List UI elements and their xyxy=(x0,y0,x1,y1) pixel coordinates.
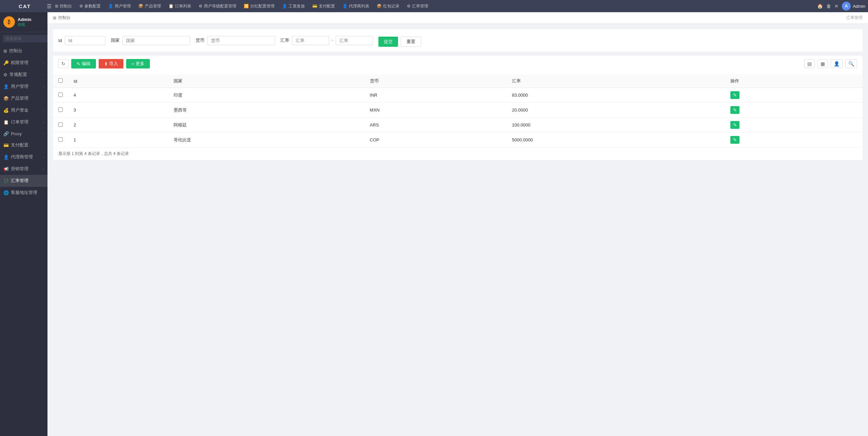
sidebar-icon-dashboard: ⊞ xyxy=(3,48,7,54)
sidebar-label-order-mgmt: 订单管理 xyxy=(11,119,28,125)
sidebar-label-payment-config: 支付配置 xyxy=(11,142,28,148)
filter-id-input[interactable] xyxy=(65,36,105,45)
row-checkbox-1[interactable] xyxy=(58,107,63,112)
sidebar-item-payment-config[interactable]: 💳 支付配置 xyxy=(0,139,47,151)
filter-currency-input[interactable] xyxy=(207,36,275,45)
row-checkbox-2[interactable] xyxy=(58,122,63,127)
header-currency: 货币 xyxy=(364,75,507,88)
rate-range: ~ xyxy=(292,36,373,45)
row-checkbox-0[interactable] xyxy=(58,93,63,97)
view-grid-button[interactable]: ▦ xyxy=(817,59,828,68)
sidebar-item-permissions[interactable]: 🔑 权限管理 › xyxy=(0,57,47,69)
row-action-1: ✎ xyxy=(725,103,863,118)
close-icon[interactable]: ✕ xyxy=(834,3,839,9)
topnav-item-payment[interactable]: 💳支付配置 xyxy=(309,2,338,11)
sidebar-item-order-mgmt[interactable]: 📋 订单管理 › xyxy=(0,116,47,128)
topnav-item-users[interactable]: 👤用户管理 xyxy=(105,2,134,11)
header-country: 国家 xyxy=(168,75,364,88)
filter-id-group: Id xyxy=(58,36,105,45)
edit-button[interactable]: ✎ 编辑 xyxy=(71,59,96,68)
sidebar-user-info: Admin 在线 xyxy=(18,17,31,27)
row-checkbox-3[interactable] xyxy=(58,137,63,142)
sidebar-icon-customer-site: 🌐 xyxy=(3,190,9,195)
user-view-button[interactable]: 👤 xyxy=(831,59,843,68)
topnav-icon-dashboard: ⊞ xyxy=(55,4,58,8)
topnav-item-dashboard[interactable]: ⊞控制台 xyxy=(52,2,75,11)
sidebar-item-agent-mgmt[interactable]: 👤 代理商管理 › xyxy=(0,151,47,163)
table-container: ↻ ✎ 编辑 ⬆ 导入 + 更多 xyxy=(53,56,863,160)
sidebar-item-marketing[interactable]: 📢 营销管理 › xyxy=(0,163,47,175)
sidebar-icon-user-mgmt: 👤 xyxy=(3,84,9,89)
topnav-item-user-grade[interactable]: ⚙用户等级配置管理 xyxy=(195,2,240,11)
topnav-item-agent[interactable]: 👤代理商列表 xyxy=(339,2,373,11)
row-id-2: 2 xyxy=(68,118,168,133)
top-nav-user[interactable]: A Admin xyxy=(842,2,865,11)
top-navbar: CAT ☰ ⊞控制台⚙参数配置👤用户管理📦产品管理📋订单列表⚙用户等级配置管理🔀… xyxy=(0,0,868,12)
sidebar-item-proxy[interactable]: 🔗 Proxy › xyxy=(0,128,47,139)
sidebar-label-permissions: 权限管理 xyxy=(11,60,28,66)
sidebar-label-user-mgmt: 用户管理 xyxy=(11,84,28,90)
topnav-item-exchange[interactable]: ⚙汇率管理 xyxy=(403,2,432,11)
row-currency-3: COP xyxy=(364,133,507,147)
refresh-button[interactable]: ↻ xyxy=(58,59,68,68)
filter-rate-to-input[interactable] xyxy=(336,36,373,45)
sidebar-username: Admin xyxy=(18,17,31,22)
filter-rate-from-input[interactable] xyxy=(292,36,329,45)
sidebar-icon-agent-mgmt: 👤 xyxy=(3,155,9,160)
sidebar-item-dashboard[interactable]: ⊞ 控制台 xyxy=(0,45,47,57)
row-rate-1: 20.0000 xyxy=(507,103,725,118)
more-button[interactable]: + 更多 xyxy=(126,59,150,68)
hamburger-icon[interactable]: ☰ xyxy=(47,3,52,9)
table-row: 2 阿根廷 ARS 100.0000 ✎ xyxy=(53,118,863,133)
row-edit-button-2[interactable]: ✎ xyxy=(730,121,739,129)
sidebar-icon-permissions: 🔑 xyxy=(3,60,9,65)
sidebar-chevron-marketing: › xyxy=(43,167,44,171)
import-button[interactable]: ⬆ 导入 xyxy=(99,59,123,68)
home-icon[interactable]: 🏠 xyxy=(817,3,823,9)
row-edit-button-3[interactable]: ✎ xyxy=(730,136,739,144)
edit-label: 编辑 xyxy=(82,61,91,67)
filter-country-input[interactable] xyxy=(122,36,190,45)
row-edit-button-0[interactable]: ✎ xyxy=(730,91,739,99)
breadcrumb-path: 控制台 xyxy=(58,15,71,21)
breadcrumb-left: ⊞ 控制台 xyxy=(53,15,71,21)
sidebar-chevron-permissions: › xyxy=(43,61,44,65)
topnav-item-orders[interactable]: 📋订单列表 xyxy=(165,2,195,11)
sidebar-icon-marketing: 📢 xyxy=(3,166,9,172)
delete-icon[interactable]: 🗑 xyxy=(826,3,831,9)
topnav-item-salary[interactable]: 👤工资发放 xyxy=(279,2,308,11)
filter-submit-button[interactable]: 提交 xyxy=(378,37,398,47)
header-rate: 汇率 xyxy=(507,75,725,88)
row-edit-button-1[interactable]: ✎ xyxy=(730,106,739,114)
top-nav-menu: ⊞控制台⚙参数配置👤用户管理📦产品管理📋订单列表⚙用户等级配置管理🔀分红配置管理… xyxy=(52,2,817,11)
sidebar-label-exchange-rate: 汇率管理 xyxy=(11,178,28,184)
sidebar-item-exchange-rate[interactable]: 💱 汇率管理 xyxy=(0,175,47,187)
breadcrumb: ⊞ 控制台 汇率管理 xyxy=(47,12,868,24)
select-all-checkbox[interactable] xyxy=(58,78,63,83)
breadcrumb-current: 汇率管理 xyxy=(846,15,863,21)
topnav-icon-distribution: 🔀 xyxy=(244,4,249,8)
sidebar-item-common-config[interactable]: ⚙ 常规配置 › xyxy=(0,69,47,81)
sidebar-item-user-mgmt[interactable]: 👤 用户管理 › xyxy=(0,81,47,93)
search-table-button[interactable]: 🔍 xyxy=(845,59,857,68)
topnav-item-distribution[interactable]: 🔀分红配置管理 xyxy=(240,2,278,11)
row-checkbox-cell xyxy=(53,118,68,133)
sidebar-item-user-funds[interactable]: 💰 用户资金 › xyxy=(0,104,47,116)
sidebar-item-customer-site[interactable]: 🌐 客服地址管理 xyxy=(0,187,47,199)
topnav-icon-user-grade: ⚙ xyxy=(199,4,202,8)
filter-rate-label: 汇率 xyxy=(280,37,289,43)
sidebar-icon-product-mgmt: 📦 xyxy=(3,96,9,101)
topnav-icon-users: 👤 xyxy=(108,4,113,8)
view-list-button[interactable]: ▤ xyxy=(804,59,815,68)
row-country-3: 哥伦比亚 xyxy=(168,133,364,147)
sidebar: ₿ Admin 在线 🔍 ⊞ 控制台 🔑 权限管理 › ⚙ 常规配置 › xyxy=(0,12,47,436)
top-nav-right: 🏠 🗑 ✕ A Admin xyxy=(817,2,865,11)
topnav-item-redpacket[interactable]: 📦红包记录 xyxy=(373,2,403,11)
topnav-item-products[interactable]: 📦产品管理 xyxy=(135,2,164,11)
row-checkbox-cell xyxy=(53,88,68,103)
toolbar-left: ↻ ✎ 编辑 ⬆ 导入 + 更多 xyxy=(58,59,150,68)
sidebar-item-product-mgmt[interactable]: 📦 产品管理 xyxy=(0,93,47,104)
topnav-item-params[interactable]: ⚙参数配置 xyxy=(76,2,104,11)
search-input[interactable] xyxy=(3,35,47,42)
filter-reset-button[interactable]: 重置 xyxy=(401,37,421,47)
